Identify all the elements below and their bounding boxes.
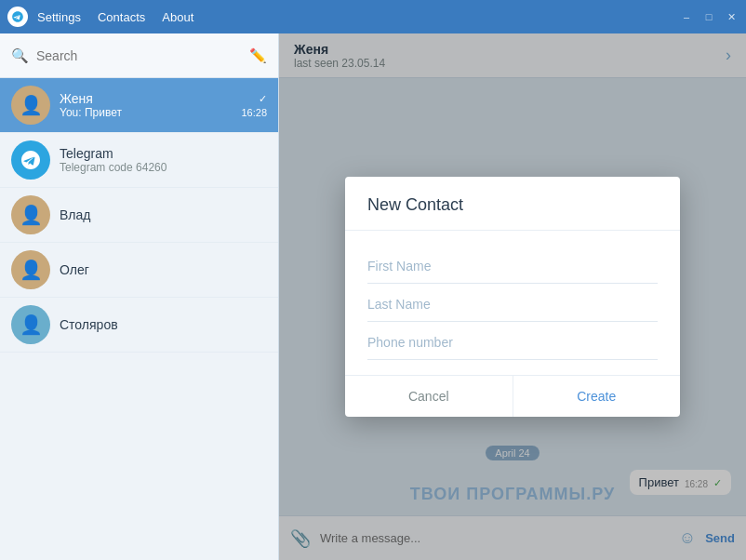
- app-logo: [7, 7, 28, 27]
- contact-checkmark-zhenya: ✓: [259, 93, 267, 105]
- close-button[interactable]: ✕: [724, 9, 739, 24]
- contact-info-oleg: Олег: [60, 262, 267, 277]
- menu-settings[interactable]: Settings: [37, 10, 81, 24]
- maximize-button[interactable]: □: [701, 9, 716, 24]
- contact-name-vlad: Влад: [60, 207, 267, 222]
- contact-sub-zhenya: You: Привет: [60, 106, 232, 119]
- contact-item-stolyarov[interactable]: 👤 Столяров: [0, 298, 278, 353]
- modal-footer: Cancel Create: [345, 375, 680, 417]
- contact-info-telegram: Telegram Telegram code 64260: [60, 146, 267, 174]
- menu-bar: Settings Contacts About: [37, 10, 679, 24]
- sidebar: 🔍 ✏️ 👤 Женя You: Привет ✓ 16:28: [0, 33, 279, 560]
- contact-time-zhenya: 16:28: [241, 107, 267, 118]
- search-icon: 🔍: [11, 47, 29, 64]
- search-bar: 🔍 ✏️: [0, 33, 278, 78]
- contact-item-zhenya[interactable]: 👤 Женя You: Привет ✓ 16:28: [0, 78, 278, 133]
- contact-item-oleg[interactable]: 👤 Олег: [0, 243, 278, 298]
- contact-info-zhenya: Женя You: Привет: [60, 91, 232, 119]
- cancel-button[interactable]: Cancel: [345, 376, 513, 417]
- chat-area: Женя last seen 23.05.14 › April 24 Приве…: [279, 33, 746, 560]
- edit-icon[interactable]: ✏️: [249, 47, 267, 64]
- contact-name-stolyarov: Столяров: [60, 317, 267, 332]
- main-layout: 🔍 ✏️ 👤 Женя You: Привет ✓ 16:28: [0, 33, 746, 560]
- contact-item-telegram[interactable]: Telegram Telegram code 64260: [0, 133, 278, 188]
- contact-name-telegram: Telegram: [60, 146, 267, 161]
- avatar-vlad: 👤: [11, 195, 50, 234]
- modal-body: [345, 231, 680, 375]
- contact-item-vlad[interactable]: 👤 Влад: [0, 188, 278, 243]
- avatar-zhenya: 👤: [11, 86, 50, 125]
- modal-title: New Contact: [367, 195, 658, 215]
- phone-number-input[interactable]: [367, 322, 658, 360]
- modal-overlay: New Contact Cancel Create: [279, 33, 746, 560]
- menu-about[interactable]: About: [162, 10, 193, 24]
- last-name-input[interactable]: [367, 284, 658, 322]
- contact-name-oleg: Олег: [60, 262, 267, 277]
- contact-sub-telegram: Telegram code 64260: [60, 161, 267, 174]
- menu-contacts[interactable]: Contacts: [98, 10, 145, 24]
- window-controls: – □ ✕: [679, 9, 739, 24]
- modal-header: New Contact: [345, 177, 680, 231]
- new-contact-modal: New Contact Cancel Create: [345, 177, 680, 417]
- contact-list: 👤 Женя You: Привет ✓ 16:28 Telegram: [0, 78, 278, 560]
- minimize-button[interactable]: –: [679, 9, 694, 24]
- avatar-stolyarov: 👤: [11, 305, 50, 344]
- contact-name-zhenya: Женя: [60, 91, 232, 106]
- titlebar: Settings Contacts About – □ ✕: [0, 0, 746, 33]
- create-button[interactable]: Create: [513, 376, 681, 417]
- contact-info-stolyarov: Столяров: [60, 317, 267, 332]
- contact-meta-zhenya: ✓ 16:28: [241, 93, 267, 118]
- avatar-oleg: 👤: [11, 250, 50, 289]
- search-input[interactable]: [36, 48, 242, 63]
- first-name-input[interactable]: [367, 246, 658, 284]
- contact-info-vlad: Влад: [60, 207, 267, 222]
- avatar-telegram: [11, 140, 50, 180]
